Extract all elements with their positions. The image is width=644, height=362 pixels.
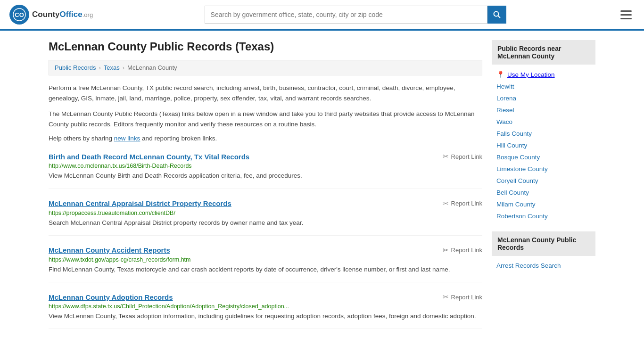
record-url: https://www.dfps.state.tx.us/Child_Prote… [49, 303, 482, 310]
milam-county-link[interactable]: Milam County [496, 201, 536, 208]
sidebar-records-header: McLennan County Public Records [492, 231, 595, 256]
arrest-records-link[interactable]: Arrest Records Search [496, 262, 561, 269]
svg-line-3 [498, 16, 500, 18]
record-title-row: Birth and Death Record McLennan County, … [49, 152, 482, 161]
record-item: McLennan Central Appraisal District Prop… [49, 199, 482, 236]
breadcrumb-sep-2: › [123, 64, 124, 71]
page-title: McLennan County Public Records (Texas) [49, 40, 482, 53]
sidebar-nearby-section: Public Records near McLennan County 📍 Us… [492, 40, 595, 222]
hamburger-line [620, 14, 632, 16]
report-icon: ✂ [443, 152, 449, 161]
sidebar-item-coryell-county[interactable]: Coryell County [492, 175, 595, 187]
sidebar-item-robertson-county[interactable]: Robertson County [492, 210, 595, 222]
record-url: https://propaccess.trueautomation.com/cl… [49, 210, 482, 216]
record-item: McLennan County Adoption Records ✂ Repor… [49, 293, 482, 329]
falls-county-link[interactable]: Falls County [496, 130, 532, 137]
sidebar-nearby-header: Public Records near McLennan County [492, 40, 595, 65]
hamburger-line [620, 18, 632, 19]
breadcrumb-county: McLennan County [127, 64, 177, 71]
sidebar-item-milam-county[interactable]: Milam County [492, 198, 595, 210]
logo-area: CO CountyOffice.org [9, 5, 93, 25]
menu-button[interactable] [618, 8, 635, 22]
riesel-link[interactable]: Riesel [496, 107, 514, 114]
location-pin-icon: 📍 [496, 71, 504, 78]
svg-point-2 [494, 12, 498, 16]
hamburger-line [620, 10, 632, 12]
coryell-county-link[interactable]: Coryell County [496, 177, 538, 184]
report-link-button[interactable]: ✂ Report Link [443, 199, 482, 208]
record-description: Search McLennan Central Appraisal Distri… [49, 218, 482, 228]
help-prefix: Help others by sharing [49, 135, 114, 142]
sidebar-item-bosque-county[interactable]: Bosque County [492, 151, 595, 163]
record-title-link[interactable]: McLennan Central Appraisal District Prop… [49, 199, 231, 207]
content-area: McLennan County Public Records (Texas) P… [49, 40, 482, 339]
record-title-link[interactable]: McLennan County Accident Reports [49, 246, 170, 254]
sidebar-records-section: McLennan County Public Records Arrest Re… [492, 231, 595, 272]
logo-icon: CO [9, 5, 29, 25]
sidebar-use-location[interactable]: 📍 Use My Location [492, 68, 595, 81]
report-link-label: Report Link [451, 153, 482, 160]
report-link-label: Report Link [451, 294, 482, 301]
waco-link[interactable]: Waco [496, 118, 512, 125]
sidebar-item-falls-county[interactable]: Falls County [492, 128, 595, 140]
report-link-button[interactable]: ✂ Report Link [443, 246, 482, 255]
header: CO CountyOffice.org [0, 0, 644, 31]
report-icon: ✂ [443, 246, 449, 255]
breadcrumb-sep-1: › [99, 64, 100, 71]
sidebar-item-waco[interactable]: Waco [492, 116, 595, 128]
search-icon [493, 11, 501, 18]
hewitt-link[interactable]: Hewitt [496, 83, 514, 90]
record-description: View McLennan County, Texas adoption inf… [49, 312, 482, 321]
main-container: McLennan County Public Records (Texas) P… [39, 31, 605, 349]
bell-county-link[interactable]: Bell County [496, 189, 529, 196]
record-url: https://www.txdot.gov/apps-cg/crash_reco… [49, 256, 482, 263]
search-area [205, 6, 506, 24]
editors-note: The McLennan County Public Records (Texa… [49, 109, 482, 129]
record-title-link[interactable]: Birth and Death Record McLennan County, … [49, 153, 249, 161]
breadcrumb: Public Records › Texas › McLennan County [49, 60, 482, 75]
record-url: http://www.co.mclennan.tx.us/168/Birth-D… [49, 163, 482, 169]
record-description: Find McLennan County, Texas motorcycle a… [49, 265, 482, 274]
report-icon: ✂ [443, 199, 449, 208]
report-link-button[interactable]: ✂ Report Link [443, 152, 482, 161]
sidebar-item-hill-county[interactable]: Hill County [492, 140, 595, 151]
record-item: McLennan County Accident Reports ✂ Repor… [49, 246, 482, 282]
lorena-link[interactable]: Lorena [496, 95, 516, 102]
sidebar-item-riesel[interactable]: Riesel [492, 104, 595, 116]
search-button[interactable] [487, 6, 506, 24]
sidebar: Public Records near McLennan County 📍 Us… [492, 40, 595, 339]
breadcrumb-texas[interactable]: Texas [104, 64, 120, 71]
svg-text:CO: CO [15, 11, 24, 18]
new-links[interactable]: new links [114, 135, 140, 142]
record-title-row: McLennan County Adoption Records ✂ Repor… [49, 293, 482, 301]
search-input[interactable] [205, 6, 487, 24]
record-title-link[interactable]: McLennan County Adoption Records [49, 293, 173, 301]
report-link-label: Report Link [451, 200, 482, 207]
record-item: Birth and Death Record McLennan County, … [49, 152, 482, 189]
record-description: View McLennan County Birth and Death Rec… [49, 171, 482, 181]
report-link-label: Report Link [451, 247, 482, 254]
records-list: Birth and Death Record McLennan County, … [49, 152, 482, 329]
use-my-location-link[interactable]: Use My Location [507, 71, 555, 78]
robertson-county-link[interactable]: Robertson County [496, 213, 548, 220]
limestone-county-link[interactable]: Limestone County [496, 165, 548, 173]
logo-text: CountyOffice.org [32, 10, 93, 19]
sidebar-item-bell-county[interactable]: Bell County [492, 187, 595, 198]
sidebar-item-lorena[interactable]: Lorena [492, 92, 595, 104]
hill-county-link[interactable]: Hill County [496, 142, 527, 149]
intro-text: Perform a free McLennan County, TX publi… [49, 83, 482, 103]
help-text: Help others by sharing new links and rep… [49, 135, 482, 142]
breadcrumb-public-records[interactable]: Public Records [55, 64, 96, 71]
sidebar-item-hewitt[interactable]: Hewitt [492, 81, 595, 92]
record-title-row: McLennan Central Appraisal District Prop… [49, 199, 482, 208]
sidebar-item-limestone-county[interactable]: Limestone County [492, 163, 595, 175]
report-icon: ✂ [443, 293, 449, 301]
report-link-button[interactable]: ✂ Report Link [443, 293, 482, 301]
bosque-county-link[interactable]: Bosque County [496, 154, 540, 161]
help-suffix: and reporting broken links. [140, 135, 217, 142]
sidebar-item-arrest-records[interactable]: Arrest Records Search [492, 260, 595, 272]
record-title-row: McLennan County Accident Reports ✂ Repor… [49, 246, 482, 255]
